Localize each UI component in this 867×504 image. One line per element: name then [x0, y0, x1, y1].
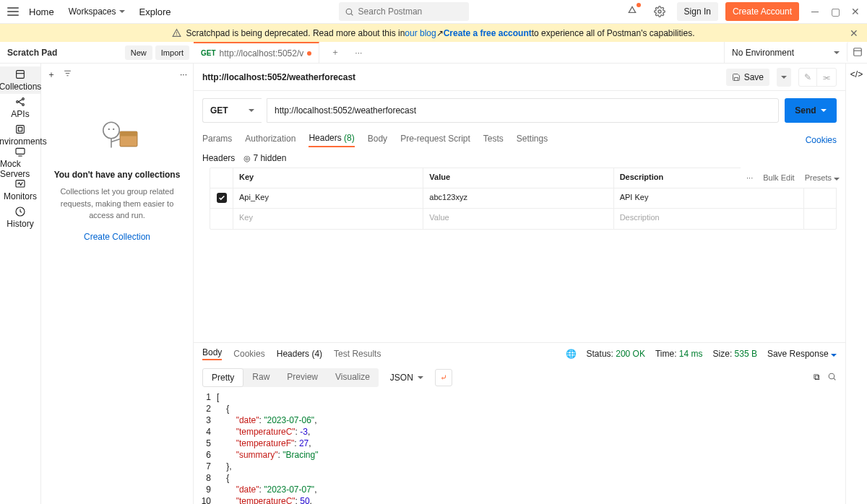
new-button[interactable]: New: [125, 45, 152, 60]
nav-home[interactable]: Home: [29, 6, 54, 17]
col-key: Key: [233, 168, 423, 188]
tab-tests[interactable]: Tests: [483, 134, 504, 147]
empty-text: Collections let you group related reques…: [48, 186, 186, 222]
header-value[interactable]: abc123xyz: [423, 188, 613, 208]
wrap-lines-icon[interactable]: ⤶: [435, 369, 452, 386]
deprecation-banner: Scratchpad is being deprecated. Read mor…: [0, 24, 867, 42]
svg-rect-5: [853, 48, 861, 56]
tab-body[interactable]: Body: [368, 134, 387, 147]
header-key[interactable]: Api_Key: [233, 188, 423, 208]
presets-dropdown[interactable]: Presets: [805, 173, 840, 182]
signin-button[interactable]: Sign In: [677, 2, 718, 21]
view-raw[interactable]: Raw: [243, 368, 278, 387]
fork-icon[interactable]: ⫘: [816, 69, 836, 86]
tab-headers[interactable]: Headers (8): [309, 133, 354, 147]
chevron-down-icon: [119, 10, 125, 13]
create-account-button[interactable]: Create Account: [725, 2, 799, 21]
save-button[interactable]: Save: [726, 69, 769, 86]
headers-label: Headers: [202, 153, 235, 163]
col-value: Value: [423, 168, 613, 188]
banner-close-icon[interactable]: ✕: [850, 27, 858, 39]
save-response[interactable]: Save Response: [767, 349, 837, 359]
nav-history[interactable]: History: [0, 204, 40, 231]
new-tab-icon[interactable]: ＋: [325, 43, 345, 63]
save-icon: [732, 73, 741, 82]
nav-explore[interactable]: Explore: [139, 6, 171, 17]
status: Status: 200 OK: [587, 349, 645, 359]
time: Time: 14 ms: [655, 349, 703, 359]
search-response-icon[interactable]: [827, 372, 837, 383]
nav-monitors[interactable]: Monitors: [0, 176, 40, 204]
nav-workspaces[interactable]: Workspaces: [69, 6, 125, 17]
window-maximize[interactable]: ▢: [831, 6, 840, 17]
format-selector[interactable]: JSON: [384, 370, 429, 386]
resp-tab-cookies[interactable]: Cookies: [233, 349, 264, 359]
svg-point-10: [22, 98, 25, 100]
search-input[interactable]: [358, 6, 463, 17]
table-row-new[interactable]: Key Value Description: [210, 209, 836, 229]
sidebar-more-icon[interactable]: ···: [180, 69, 187, 79]
view-segments[interactable]: Pretty Raw Preview Visualize: [202, 368, 379, 387]
settings-icon[interactable]: [650, 1, 670, 22]
tab-more-icon[interactable]: ···: [348, 43, 368, 63]
toggle-hidden-headers[interactable]: ◎ 7 hidden: [243, 153, 286, 163]
chevron-down-icon: [834, 51, 840, 54]
copy-icon[interactable]: ⧉: [814, 372, 820, 383]
import-button[interactable]: Import: [155, 45, 189, 60]
nav-mock[interactable]: Mock Servers: [0, 149, 40, 176]
nav-environments[interactable]: Environments: [0, 121, 40, 149]
svg-rect-15: [18, 127, 22, 131]
view-pretty[interactable]: Pretty: [202, 368, 243, 387]
header-desc[interactable]: API Key: [614, 188, 804, 208]
tab-settings[interactable]: Settings: [517, 134, 548, 147]
request-title: http://localhost:5052/weatherforecast: [202, 72, 355, 82]
resp-tab-headers[interactable]: Headers (4): [277, 349, 322, 359]
svg-rect-16: [16, 148, 25, 154]
env-quicklook-icon[interactable]: [847, 42, 867, 62]
environment-selector[interactable]: No Environment: [724, 42, 847, 63]
share-icon[interactable]: ✎: [799, 69, 816, 86]
svg-point-9: [17, 101, 19, 103]
window-minimize[interactable]: ─: [811, 6, 819, 17]
request-tab[interactable]: GET http://localhost:5052/v: [194, 42, 319, 63]
create-account-link[interactable]: Create a free account: [444, 28, 532, 38]
bulk-edit[interactable]: Bulk Edit: [763, 173, 794, 182]
resp-tab-tests[interactable]: Test Results: [334, 349, 381, 359]
filter-icon[interactable]: [63, 69, 72, 80]
window-close[interactable]: ✕: [851, 6, 860, 17]
code-snippet-icon[interactable]: </>: [850, 69, 863, 79]
svg-rect-27: [120, 131, 137, 136]
create-collection-link[interactable]: Create Collection: [84, 232, 150, 242]
nav-collections[interactable]: Collections: [0, 66, 40, 94]
tab-params[interactable]: Params: [202, 134, 232, 147]
search-box[interactable]: [339, 2, 469, 21]
svg-line-12: [18, 100, 22, 102]
view-visualize[interactable]: Visualize: [327, 368, 379, 387]
view-preview[interactable]: Preview: [278, 368, 327, 387]
svg-rect-14: [17, 126, 25, 134]
tab-prerequest[interactable]: Pre-request Script: [400, 134, 470, 147]
svg-point-23: [103, 122, 119, 138]
method-selector[interactable]: GET: [202, 98, 262, 123]
empty-collection-icon: [88, 113, 146, 160]
save-dropdown[interactable]: [777, 68, 791, 87]
table-more-icon[interactable]: ···: [746, 173, 753, 182]
table-row[interactable]: Api_Key abc123xyz API Key: [210, 188, 836, 209]
menu-icon[interactable]: [7, 7, 19, 16]
search-icon: [345, 7, 354, 17]
send-button[interactable]: Send: [785, 98, 837, 123]
response-body[interactable]: 12345678910111213141516171819 [ { "date"…: [194, 391, 845, 504]
url-input[interactable]: [275, 105, 771, 116]
blog-link[interactable]: our blog: [405, 28, 436, 38]
cookies-link[interactable]: Cookies: [806, 135, 837, 145]
unsaved-dot-icon: [307, 51, 311, 56]
checkbox-checked[interactable]: [217, 193, 227, 203]
invite-icon[interactable]: [622, 1, 642, 22]
tab-authorization[interactable]: Authorization: [245, 134, 296, 147]
svg-line-29: [111, 139, 120, 142]
nav-apis[interactable]: APIs: [0, 94, 40, 121]
network-icon[interactable]: 🌐: [566, 349, 577, 359]
new-collection-icon[interactable]: ＋: [47, 69, 56, 81]
resp-tab-body[interactable]: Body: [202, 347, 222, 360]
size: Size: 535 B: [713, 349, 757, 359]
